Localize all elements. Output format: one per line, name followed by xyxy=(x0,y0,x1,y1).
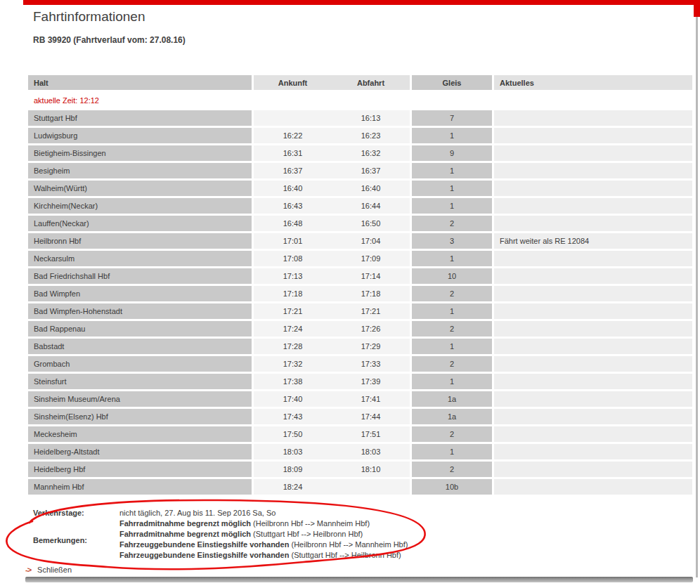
times-cell: 17:08 17:09 xyxy=(254,251,410,266)
station-name-cell: Kirchheim(Neckar) xyxy=(28,198,252,214)
station-name-cell: Mannheim Hbf xyxy=(28,479,252,495)
bemerkung-line: Fahrzeuggebundene Einstiegshilfe vorhand… xyxy=(119,549,408,560)
column-header-halt: Halt xyxy=(28,75,252,90)
table-row: Sinsheim Museum/Arena 17:40 17:41 1a xyxy=(28,391,692,407)
table-row: Stuttgart Hbf 16:13 7 xyxy=(28,110,692,126)
table-row: Walheim(Württ) 16:40 16:40 1 xyxy=(28,181,692,196)
platform-cell: 1a xyxy=(412,409,492,424)
departure-time: 16:50 xyxy=(332,219,410,228)
platform-cell: 10b xyxy=(412,479,492,495)
departure-time: 17:44 xyxy=(332,412,410,421)
arrival-time: 17:24 xyxy=(254,325,332,333)
platform-cell: 9 xyxy=(412,145,492,161)
departure-time: 17:18 xyxy=(332,289,410,298)
arrival-time: 17:28 xyxy=(254,342,332,351)
table-row: Mannheim Hbf 18:24 10b xyxy=(28,479,692,495)
verkehrstage-value: nicht täglich, 27. Aug bis 11. Sep 2016 … xyxy=(119,507,276,518)
departure-time: 17:09 xyxy=(332,254,410,263)
platform-cell: 1a xyxy=(412,391,492,407)
current-time-label: aktuelle Zeit: 12:12 xyxy=(28,92,692,108)
column-header-gleis: Gleis xyxy=(412,75,492,90)
status-cell xyxy=(494,356,692,372)
station-name-cell: Besigheim xyxy=(28,163,252,178)
station-name-cell: Heilbronn Hbf xyxy=(28,233,252,249)
times-cell: 17:43 17:44 xyxy=(254,409,410,424)
table-row: Babstadt 17:28 17:29 1 xyxy=(28,339,692,354)
status-cell xyxy=(494,181,692,196)
times-cell: 17:21 17:21 xyxy=(254,303,410,319)
departure-time: 17:29 xyxy=(332,342,410,351)
status-cell xyxy=(494,145,692,161)
arrival-time: 17:38 xyxy=(254,377,332,386)
bemerkungen-label: Bemerkungen: xyxy=(33,535,87,545)
times-cell: 17:01 17:04 xyxy=(254,233,410,249)
status-cell: Fährt weiter als RE 12084 xyxy=(494,233,692,249)
station-name-cell: Babstadt xyxy=(28,339,252,354)
arrival-time: 17:50 xyxy=(254,430,332,438)
arrival-time: 18:24 xyxy=(254,483,332,491)
platform-cell: 2 xyxy=(412,286,492,301)
arrival-time: 17:21 xyxy=(254,307,332,315)
times-cell: 17:18 17:18 xyxy=(254,286,410,301)
platform-cell: 1 xyxy=(412,128,492,143)
departure-time: 17:14 xyxy=(332,272,410,280)
arrow-right-icon: -> xyxy=(25,566,31,574)
times-cell: 18:03 18:03 xyxy=(254,444,410,459)
platform-cell: 1 xyxy=(412,181,492,196)
table-row: Besigheim 16:37 16:37 1 xyxy=(28,163,692,178)
times-cell: 17:32 17:33 xyxy=(254,356,410,372)
window-bottom-shadow xyxy=(25,577,693,582)
times-cell: 16:40 16:40 xyxy=(254,181,410,196)
table-row: Neckarsulm 17:08 17:09 1 xyxy=(28,251,692,266)
platform-cell: 2 xyxy=(412,356,492,372)
status-cell xyxy=(494,216,692,231)
column-header-ankunft: Ankunft xyxy=(254,79,332,87)
status-cell xyxy=(494,444,692,459)
departure-time: 16:32 xyxy=(332,149,410,157)
window-top-red-border xyxy=(23,0,700,5)
table-row: Grombach 17:32 17:33 2 xyxy=(28,356,692,372)
status-cell xyxy=(494,391,692,407)
platform-cell: 2 xyxy=(412,426,492,442)
bemerkungen-list: Fahrradmitnahme begrenzt möglich (Heilbr… xyxy=(119,518,408,560)
table-row: Heilbronn Hbf 17:01 17:04 3 Fährt weiter… xyxy=(28,233,692,249)
column-header-abfahrt: Abfahrt xyxy=(332,79,410,87)
station-name-cell: Meckesheim xyxy=(28,426,252,442)
station-name-cell: Bad Friedrichshall Hbf xyxy=(28,268,252,284)
arrival-time: 16:40 xyxy=(254,184,332,192)
times-cell: 17:13 17:14 xyxy=(254,268,410,284)
platform-cell: 1 xyxy=(412,251,492,266)
arrival-time: 17:32 xyxy=(254,360,332,368)
status-cell xyxy=(494,268,692,284)
arrival-time: 17:08 xyxy=(254,254,332,263)
table-row: Bad Wimpfen 17:18 17:18 2 xyxy=(28,286,692,301)
status-cell xyxy=(494,426,692,442)
departure-time: 16:23 xyxy=(332,131,410,140)
departure-time: 17:51 xyxy=(332,430,410,438)
bemerkung-line: Fahrzeuggebundene Einstiegshilfe vorhand… xyxy=(119,539,408,549)
platform-cell: 10 xyxy=(412,268,492,284)
departure-time: 18:10 xyxy=(332,465,410,473)
status-cell xyxy=(494,321,692,337)
arrival-time: 17:01 xyxy=(254,237,332,245)
table-body: Stuttgart Hbf 16:13 7 Ludwigsburg 16:22 … xyxy=(28,110,692,495)
arrival-time: 17:13 xyxy=(254,272,332,280)
departure-time: 16:44 xyxy=(332,202,410,210)
platform-cell: 2 xyxy=(412,216,492,231)
times-cell: 16:43 16:44 xyxy=(254,198,410,214)
window-top-right-red-corner xyxy=(694,0,700,17)
table-row: Bietigheim-Bissingen 16:31 16:32 9 xyxy=(28,145,692,161)
close-button[interactable]: -> Schließen xyxy=(25,566,72,574)
arrival-time: 16:48 xyxy=(254,219,332,228)
departure-time: 17:26 xyxy=(332,325,410,333)
table-header-row: Halt Ankunft Abfahrt Gleis Aktuelles xyxy=(28,75,692,90)
times-cell: 17:50 17:51 xyxy=(254,426,410,442)
status-cell xyxy=(494,128,692,143)
station-name-cell: Steinsfurt xyxy=(28,374,252,389)
bemerkung-line: Fahrradmitnahme begrenzt möglich (Stuttg… xyxy=(119,528,408,539)
bemerkung-line: Fahrradmitnahme begrenzt möglich (Heilbr… xyxy=(119,518,408,528)
arrival-time: 17:43 xyxy=(254,412,332,421)
arrival-time: 17:18 xyxy=(254,289,332,298)
page-title: Fahrtinformationen xyxy=(33,9,145,25)
arrival-time: 16:31 xyxy=(254,149,332,157)
